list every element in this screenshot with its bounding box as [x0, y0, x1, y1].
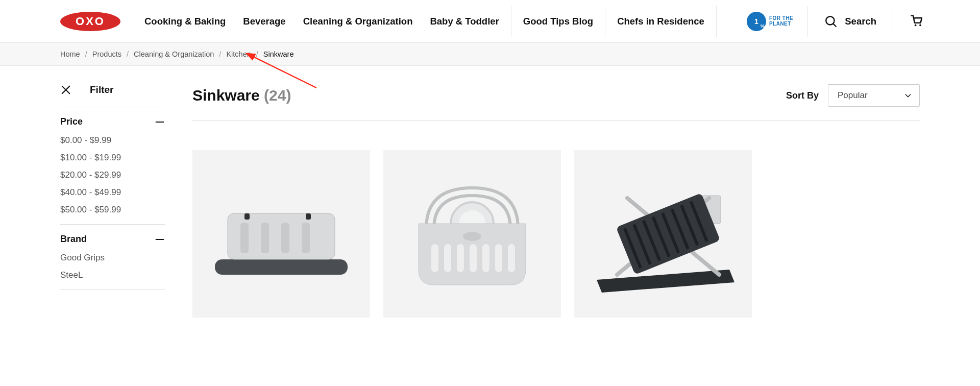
facet-price: Price $0.00 - $9.99 $10.00 - $19.99 $20.… — [60, 107, 165, 225]
one-percent-planet-badge[interactable]: 1 FOR THE PLANET — [738, 12, 802, 31]
price-option[interactable]: $50.00 - $59.99 — [60, 205, 165, 215]
category-name: Sinkware — [192, 87, 260, 104]
chevron-down-icon — [904, 91, 912, 100]
svg-point-3 — [919, 24, 921, 26]
sort-selected-value: Popular — [838, 90, 868, 101]
svg-rect-13 — [281, 223, 289, 253]
svg-rect-19 — [431, 244, 438, 272]
svg-rect-21 — [457, 244, 464, 272]
svg-point-26 — [463, 232, 481, 241]
svg-line-1 — [834, 23, 836, 26]
minus-icon — [155, 234, 165, 245]
svg-rect-12 — [261, 223, 269, 253]
category-count: (24) — [264, 87, 291, 104]
page-body: Filter Price $0.00 - $9.99 $10.00 - $19.… — [0, 66, 980, 318]
facet-price-toggle[interactable]: Price — [60, 116, 165, 130]
crumb-cleaning-organization[interactable]: Cleaning & Organization — [134, 50, 214, 58]
brand-option[interactable]: Good Grips — [60, 253, 165, 263]
svg-rect-25 — [508, 244, 515, 272]
facet-brand-options: Good Grips SteeL — [60, 248, 165, 280]
facet-brand: Brand Good Grips SteeL — [60, 225, 165, 290]
sort-control: Sort By Popular — [786, 84, 920, 107]
product-card[interactable] — [192, 150, 370, 318]
close-icon — [60, 84, 71, 95]
product-card[interactable] — [383, 150, 561, 318]
nav-cooking-baking[interactable]: Cooking & Baking — [136, 0, 234, 42]
brand-logo-text: OXO — [76, 15, 105, 28]
svg-rect-9 — [215, 259, 348, 275]
header-divider — [807, 6, 808, 37]
price-option[interactable]: $20.00 - $29.99 — [60, 170, 165, 180]
search-label: Search — [845, 16, 876, 27]
nav-chefs-in-residence[interactable]: Chefs in Residence — [608, 0, 713, 42]
product-image — [205, 178, 358, 290]
svg-rect-11 — [240, 223, 249, 253]
svg-rect-23 — [482, 244, 489, 272]
price-option[interactable]: $0.00 - $9.99 — [60, 135, 165, 146]
product-grid — [192, 120, 920, 318]
filter-sidebar: Filter Price $0.00 - $9.99 $10.00 - $19.… — [60, 84, 165, 318]
sort-label: Sort By — [786, 90, 819, 101]
crumb-separator: / — [127, 50, 129, 58]
filter-title: Filter — [90, 84, 113, 95]
search-icon — [824, 15, 838, 28]
planet-badge-text: FOR THE PLANET — [769, 16, 793, 27]
nav-good-tips-blog[interactable]: Good Tips Blog — [514, 0, 602, 42]
nav-beverage[interactable]: Beverage — [234, 0, 294, 42]
facet-brand-label: Brand — [60, 234, 87, 245]
header-divider — [893, 6, 893, 37]
search-button[interactable]: Search — [813, 15, 888, 28]
nav-baby-toddler[interactable]: Baby & Toddler — [421, 0, 507, 42]
primary-nav: Cooking & Baking Beverage Cleaning & Org… — [136, 0, 720, 42]
product-card[interactable] — [574, 150, 752, 318]
svg-rect-14 — [302, 223, 310, 253]
nav-divider — [716, 6, 717, 37]
facet-brand-toggle[interactable]: Brand — [60, 234, 165, 248]
crumb-separator: / — [219, 50, 221, 58]
crumb-home[interactable]: Home — [60, 50, 80, 58]
breadcrumb-bar: Home / Products / Cleaning & Organizatio… — [0, 43, 980, 66]
minus-icon — [155, 117, 165, 127]
category-title: Sinkware (24) — [192, 87, 291, 104]
brand-option[interactable]: SteeL — [60, 270, 165, 280]
svg-rect-22 — [470, 244, 477, 272]
cart-button[interactable] — [898, 13, 924, 30]
facet-price-options: $0.00 - $9.99 $10.00 - $19.99 $20.00 - $… — [60, 130, 165, 215]
crumb-separator: / — [85, 50, 87, 58]
svg-rect-15 — [244, 213, 250, 220]
facet-price-label: Price — [60, 116, 83, 127]
price-option[interactable]: $40.00 - $49.99 — [60, 187, 165, 198]
crumb-current: Sinkware — [263, 50, 294, 58]
header-right: 1 FOR THE PLANET Search — [738, 0, 924, 42]
nav-divider — [511, 6, 511, 37]
product-image — [396, 167, 549, 300]
crumb-kitchen[interactable]: Kitchen — [226, 50, 251, 58]
sort-select[interactable]: Popular — [828, 84, 920, 107]
site-header: OXO Cooking & Baking Beverage Cleaning &… — [0, 0, 980, 43]
main-content: Sinkware (24) Sort By Popular — [192, 84, 920, 318]
product-image — [581, 167, 745, 300]
planet-icon: 1 — [747, 12, 766, 31]
filter-toggle[interactable]: Filter — [60, 84, 165, 107]
category-header-row: Sinkware (24) Sort By Popular — [192, 84, 920, 120]
svg-rect-24 — [495, 244, 502, 272]
brand-logo[interactable]: OXO — [60, 12, 120, 31]
svg-rect-16 — [306, 213, 311, 220]
crumb-products[interactable]: Products — [92, 50, 121, 58]
crumb-separator: / — [256, 50, 258, 58]
svg-rect-20 — [444, 244, 451, 272]
svg-point-2 — [915, 24, 917, 26]
cart-icon — [910, 13, 924, 28]
price-option[interactable]: $10.00 - $19.99 — [60, 153, 165, 163]
nav-divider — [605, 6, 605, 37]
nav-cleaning-organization[interactable]: Cleaning & Organization — [295, 0, 422, 42]
